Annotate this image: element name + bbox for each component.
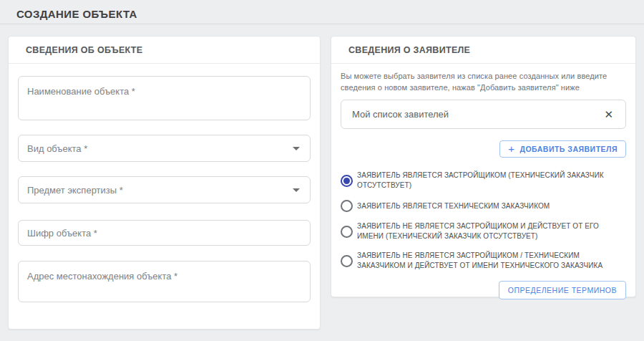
object-info-card: СВЕДЕНИЯ ОБ ОБЪЕКТЕ Наименование объекта… <box>8 36 321 330</box>
terms-definition-button[interactable]: ОПРЕДЕЛЕНИЕ ТЕРМИНОВ <box>499 281 626 299</box>
radio-applicant-is-developer[interactable]: ЗАЯВИТЕЛЬ ЯВЛЯЕТСЯ ЗАСТРОЙЩИКОМ (ТЕХНИЧЕ… <box>341 170 626 191</box>
radio-applicant-is-technical-customer[interactable]: ЗАЯВИТЕЛЬ ЯВЛЯЕТСЯ ТЕХНИЧЕСКИМ ЗАКАЗЧИКО… <box>341 200 626 212</box>
plus-icon: + <box>508 143 514 155</box>
applicant-list-select[interactable]: Мой список завителей ✕ <box>341 100 626 129</box>
radio-applicant-acts-for-technical-customer[interactable]: ЗАЯВИТЕЛЬ НЕ ЯВЛЯЕТСЯ ЗАСТРОЙЩИКОМ / ТЕХ… <box>341 251 626 271</box>
header-divider <box>0 24 644 24</box>
object-code-placeholder: Шифр объекта * <box>27 228 97 239</box>
object-address-placeholder: Адрес местонахождения объекта * <box>27 271 177 282</box>
expertise-subject-select[interactable]: Предмет экспертизы * <box>18 176 311 203</box>
applicant-card-header: СВЕДЕНИЯ О ЗАЯВИТЕЛЕ <box>331 37 635 64</box>
applicant-card: СВЕДЕНИЯ О ЗАЯВИТЕЛЕ Вы можете выбрать з… <box>331 36 636 297</box>
radio-unselected-icon <box>341 200 353 212</box>
radio-label: ЗАЯВИТЕЛЬ ЯВЛЯЕТСЯ ЗАСТРОЙЩИКОМ (ТЕХНИЧЕ… <box>357 170 626 191</box>
add-applicant-label: ДОБАВИТЬ ЗАЯВИТЕЛЯ <box>519 145 618 153</box>
object-name-placeholder: Наименование объекта * <box>27 86 135 97</box>
applicant-description: Вы можете выбрать заявителя из списка ра… <box>341 70 626 93</box>
add-applicant-button[interactable]: + ДОБАВИТЬ ЗАЯВИТЕЛЯ <box>499 140 626 158</box>
object-address-field[interactable]: Адрес местонахождения объекта * <box>18 261 311 302</box>
object-card-header: СВЕДЕНИЯ ОБ ОБЪЕКТЕ <box>9 37 320 64</box>
radio-label: ЗАЯВИТЕЛЬ НЕ ЯВЛЯЕТСЯ ЗАСТРОЙЩИКОМ / ТЕХ… <box>357 251 626 271</box>
object-card-title: СВЕДЕНИЯ ОБ ОБЪЕКТЕ <box>26 45 142 55</box>
radio-unselected-icon <box>341 226 353 238</box>
object-kind-select[interactable]: Вид объекта * <box>18 135 311 162</box>
applicant-card-title: СВЕДЕНИЯ О ЗАЯВИТЕЛЕ <box>348 45 470 55</box>
dropdown-arrow-icon <box>293 147 300 150</box>
page-title: СОЗДАНИЕ ОБЪЕКТА <box>16 8 137 20</box>
applicant-type-radio-group: ЗАЯВИТЕЛЬ ЯВЛЯЕТСЯ ЗАСТРОЙЩИКОМ (ТЕХНИЧЕ… <box>341 170 626 271</box>
close-icon[interactable]: ✕ <box>602 107 615 121</box>
radio-unselected-icon <box>341 255 353 267</box>
applicant-list-value: Мой список завителей <box>352 109 602 120</box>
object-code-field[interactable]: Шифр объекта * <box>18 220 311 246</box>
object-name-field[interactable]: Наименование объекта * <box>18 76 311 120</box>
expertise-subject-placeholder: Предмет экспертизы * <box>27 185 123 196</box>
radio-selected-icon <box>341 175 353 187</box>
radio-label: ЗАЯВИТЕЛЬ ЯВЛЯЕТСЯ ТЕХНИЧЕСКИМ ЗАКАЗЧИКО… <box>357 201 550 211</box>
radio-applicant-acts-for-developer[interactable]: ЗАЯВИТЕЛЬ НЕ ЯВЛЯЕТСЯ ЗАСТРОЙЩИКОМ И ДЕЙ… <box>341 221 626 241</box>
dropdown-arrow-icon <box>293 188 300 192</box>
radio-label: ЗАЯВИТЕЛЬ НЕ ЯВЛЯЕТСЯ ЗАСТРОЙЩИКОМ И ДЕЙ… <box>357 221 626 241</box>
object-kind-placeholder: Вид объекта * <box>27 143 87 154</box>
